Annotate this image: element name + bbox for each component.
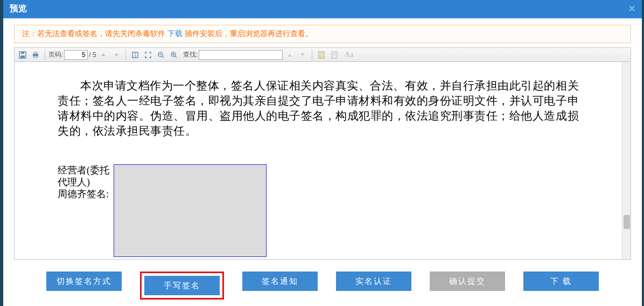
download-button[interactable]: 下 载: [523, 272, 599, 291]
stamp-icon[interactable]: [328, 49, 340, 61]
svg-rect-4: [34, 52, 37, 54]
viewer-pane: 本次申请文档作为一个整体，签名人保证相关内容真实、合法、有效，并自行承担由此引起…: [15, 62, 631, 259]
find-label: 查找:: [183, 50, 198, 59]
preview-modal: 预览 × 注：若无法查看或签名，请先关闭杀毒软件 下载 插件安装后，重启浏览器再…: [3, 0, 642, 306]
find-input[interactable]: [199, 50, 283, 60]
toolbar-separator: [312, 50, 312, 60]
highlighted-frame: 手写签名: [140, 272, 224, 300]
find-prev-icon[interactable]: [284, 49, 296, 61]
text-mode-icon[interactable]: [316, 49, 327, 61]
print-icon[interactable]: [30, 49, 41, 61]
svg-line-13: [175, 56, 177, 58]
find-next-icon[interactable]: [297, 49, 309, 61]
signature-labels: 经营者(委托 代理人) 周德齐签名:: [58, 164, 109, 257]
fullscreen-icon[interactable]: [142, 49, 154, 61]
sign-notify-button[interactable]: 签名通知: [242, 272, 318, 291]
toolbar-separator: [125, 50, 126, 60]
document-page: 本次申请文档作为一个整体，签名人保证相关内容真实、合法、有效，并自行承担由此引起…: [15, 62, 622, 259]
svg-line-9: [162, 56, 164, 58]
signature-row: 经营者(委托 代理人) 周德齐签名:: [58, 164, 579, 257]
notice-suffix: 插件安装后，重启浏览器再进行查看。: [185, 29, 313, 38]
footer-buttons: 切换签名方式 手写签名 签名通知 实名认证 确认提交 下 载: [14, 272, 631, 300]
document-paragraph: 本次申请文档作为一个整体，签名人保证相关内容真实、合法、有效，并自行承担由此引起…: [58, 78, 579, 138]
sig-label-line: 周德齐签名:: [58, 188, 109, 200]
download-plugin-link[interactable]: 下载: [167, 29, 183, 38]
page-input[interactable]: [64, 50, 88, 60]
notice-bar: 注：若无法查看或签名，请先关闭杀毒软件 下载 插件安装后，重启浏览器再进行查看。: [14, 25, 631, 43]
page-up-icon[interactable]: [97, 49, 109, 61]
svg-rect-2: [20, 55, 25, 58]
scrollbar[interactable]: [622, 62, 631, 259]
fit-page-icon[interactable]: [129, 49, 141, 61]
modal-title: 预览: [10, 3, 27, 15]
viewer-toolbar: 页码: / 5: [15, 48, 631, 62]
signature-box[interactable]: [114, 164, 267, 257]
notice-prefix: 注：若无法查看或签名，请先关闭杀毒软件: [22, 29, 167, 38]
save-icon[interactable]: [17, 49, 29, 61]
scrollbar-thumb[interactable]: [624, 215, 630, 229]
zoom-in-icon[interactable]: [168, 49, 180, 61]
close-icon[interactable]: ×: [628, 3, 635, 15]
document-viewer: 页码: / 5: [14, 47, 631, 260]
confirm-submit-button: 确认提交: [430, 272, 505, 291]
modal-body: 注：若无法查看或签名，请先关闭杀毒软件 下载 插件安装后，重启浏览器再进行查看。…: [3, 18, 642, 304]
font-size-icon[interactable]: Aa: [345, 51, 353, 59]
sig-label-line: 经营者(委托: [58, 164, 109, 176]
switch-sign-method-button[interactable]: 切换签名方式: [46, 272, 122, 291]
handwrite-sign-button[interactable]: 手写签名: [144, 276, 220, 295]
realname-auth-button[interactable]: 实名认证: [336, 272, 411, 291]
modal-header: 预览 ×: [3, 0, 642, 18]
page-total: / 5: [89, 51, 96, 59]
sig-label-line: 代理人): [58, 176, 109, 188]
svg-rect-5: [34, 56, 37, 58]
page-label: 页码:: [48, 50, 63, 59]
zoom-out-icon[interactable]: [155, 49, 167, 61]
toolbar-separator: [45, 50, 45, 60]
svg-rect-1: [21, 52, 24, 54]
page-down-icon[interactable]: [110, 49, 122, 61]
